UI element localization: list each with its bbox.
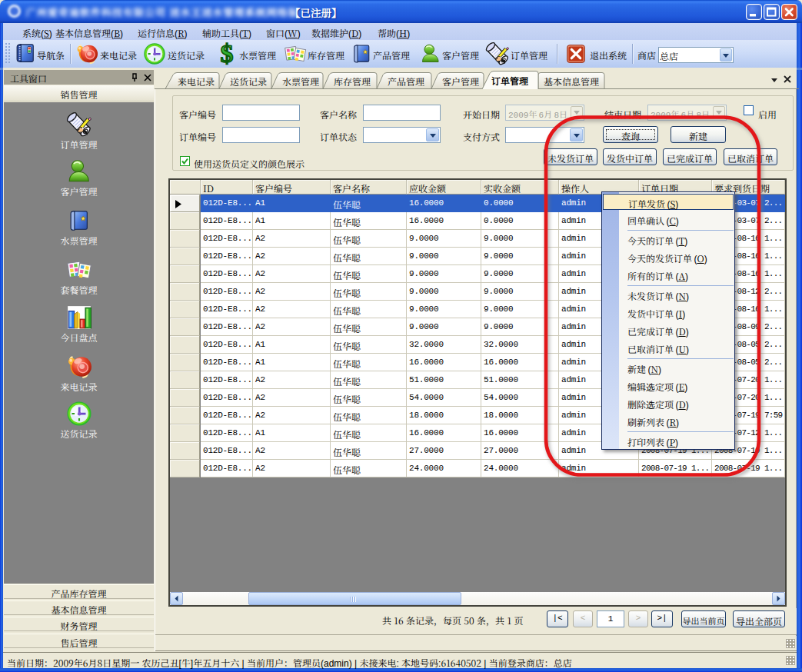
svg-text:$: $: [221, 42, 234, 66]
